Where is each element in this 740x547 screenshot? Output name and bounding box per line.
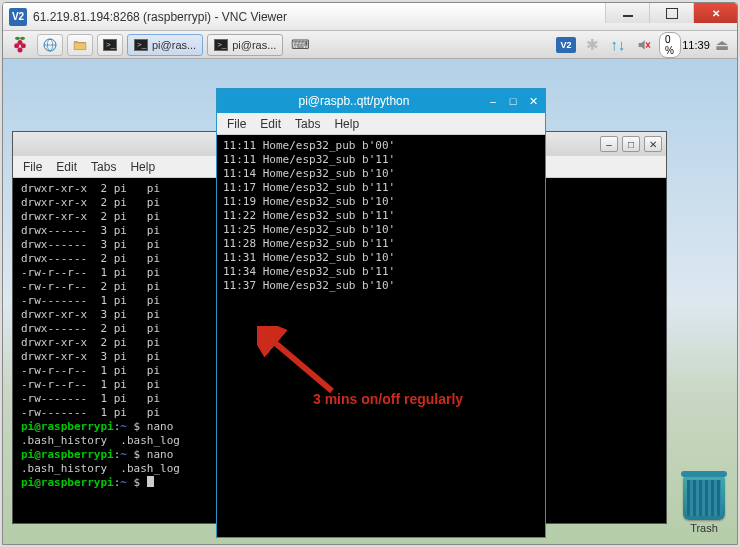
menu-file[interactable]: File: [23, 160, 42, 174]
clock[interactable]: 11:39: [685, 34, 707, 56]
cpu-usage-indicator[interactable]: 0 %: [659, 34, 681, 56]
keyboard-icon[interactable]: ⌨: [287, 34, 313, 56]
bluetooth-icon[interactable]: ✱: [581, 34, 603, 56]
menu-tabs[interactable]: Tabs: [295, 117, 320, 131]
volume-muted-icon[interactable]: [633, 34, 655, 56]
vnc-server-tray-icon[interactable]: V2: [555, 34, 577, 56]
trash-desktop-icon[interactable]: Trash: [683, 476, 725, 534]
menu-edit[interactable]: Edit: [56, 160, 77, 174]
terminal-icon: >_: [134, 39, 148, 51]
outer-titlebar[interactable]: V2 61.219.81.194:8268 (raspberrypi) - VN…: [3, 3, 737, 31]
taskbar-item-terminal-2[interactable]: >_ pi@ras...: [207, 34, 283, 56]
window-controls: [605, 3, 737, 23]
maximize-button[interactable]: [649, 3, 693, 23]
svg-point-4: [15, 36, 20, 39]
file-manager-icon[interactable]: [67, 34, 93, 56]
close-button[interactable]: ✕: [644, 136, 662, 152]
menu-help[interactable]: Help: [334, 117, 359, 131]
terminal-window-foreground[interactable]: pi@raspb..qtt/python – □ ✕ File Edit Tab…: [216, 88, 546, 538]
pi-desktop: >_ >_ pi@ras... >_ pi@ras... ⌨ V2 ✱ ↑↓ 0…: [3, 31, 737, 544]
svg-point-2: [18, 47, 23, 52]
maximize-button[interactable]: □: [622, 136, 640, 152]
terminal-fg-title: pi@raspb..qtt/python: [227, 94, 481, 108]
taskbar-item-label: pi@ras...: [152, 39, 196, 51]
vnc-viewer-window: V2 61.219.81.194:8268 (raspberrypi) - VN…: [2, 2, 738, 545]
minimize-button[interactable]: –: [485, 94, 501, 108]
menu-tabs[interactable]: Tabs: [91, 160, 116, 174]
terminal-launcher-icon[interactable]: >_: [97, 34, 123, 56]
minimize-button[interactable]: [605, 3, 649, 23]
taskbar-item-terminal-1[interactable]: >_ pi@ras...: [127, 34, 203, 56]
terminal-fg-body[interactable]: 11:11 Home/esp32_pub b'00' 11:11 Home/es…: [217, 135, 545, 537]
vnc-app-icon: V2: [9, 8, 27, 26]
pi-taskbar: >_ >_ pi@ras... >_ pi@ras... ⌨ V2 ✱ ↑↓ 0…: [3, 31, 737, 59]
close-button[interactable]: [693, 3, 737, 23]
menu-edit[interactable]: Edit: [260, 117, 281, 131]
terminal-fg-titlebar[interactable]: pi@raspb..qtt/python – □ ✕: [217, 89, 545, 113]
eject-icon[interactable]: ⏏: [711, 34, 733, 56]
terminal-icon: >_: [214, 39, 228, 51]
outer-title: 61.219.81.194:8268 (raspberrypi) - VNC V…: [33, 10, 605, 24]
svg-point-3: [18, 40, 23, 45]
taskbar-item-label: pi@ras...: [232, 39, 276, 51]
maximize-button[interactable]: □: [505, 94, 521, 108]
trash-label: Trash: [683, 522, 725, 534]
menu-help[interactable]: Help: [130, 160, 155, 174]
web-browser-icon[interactable]: [37, 34, 63, 56]
terminal-fg-menubar: File Edit Tabs Help: [217, 113, 545, 135]
menu-file[interactable]: File: [227, 117, 246, 131]
close-button[interactable]: ✕: [525, 94, 541, 108]
svg-point-5: [20, 36, 25, 39]
raspberry-menu-icon[interactable]: [7, 34, 33, 56]
trash-icon: [683, 476, 725, 520]
minimize-button[interactable]: –: [600, 136, 618, 152]
network-icon[interactable]: ↑↓: [607, 34, 629, 56]
